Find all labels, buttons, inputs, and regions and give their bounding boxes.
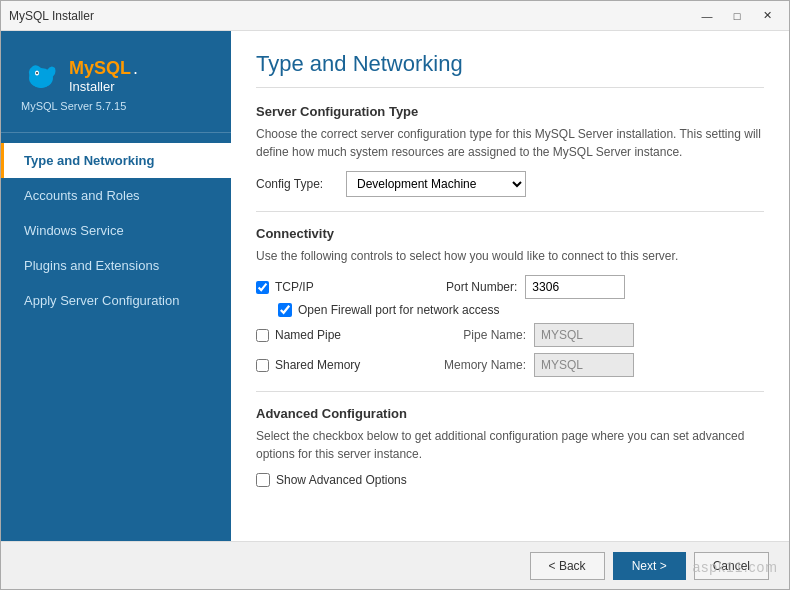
shared-memory-right: Memory Name: xyxy=(426,353,634,377)
logo-version: MySQL Server 5.7.15 xyxy=(21,100,211,112)
memory-name-label: Memory Name: xyxy=(426,358,526,372)
bottom-bar: < Back Next > Cancel xyxy=(1,541,789,589)
show-advanced-label: Show Advanced Options xyxy=(276,473,407,487)
logo-dot: . xyxy=(133,58,138,79)
firewall-label: Open Firewall port for network access xyxy=(298,303,499,317)
show-advanced-checkbox[interactable] xyxy=(256,473,270,487)
config-type-row: Config Type: Development Machine Server … xyxy=(256,171,764,197)
config-type-select[interactable]: Development Machine Server Machine Dedic… xyxy=(346,171,526,197)
config-type-label: Config Type: xyxy=(256,177,336,191)
mysql-dolphin-icon xyxy=(21,56,61,96)
sidebar-item-plugins-extensions[interactable]: Plugins and Extensions xyxy=(1,248,231,283)
advanced-title: Advanced Configuration xyxy=(256,406,764,421)
logo-installer-text: Installer xyxy=(69,79,138,94)
pipe-name-label: Pipe Name: xyxy=(426,328,526,342)
firewall-row-indent: Open Firewall port for network access xyxy=(256,303,764,317)
shared-memory-left: Shared Memory xyxy=(256,358,426,372)
titlebar: MySQL Installer — □ ✕ xyxy=(1,1,789,31)
tcpip-label: TCP/IP xyxy=(275,280,314,294)
port-number-input[interactable]: 3306 xyxy=(525,275,625,299)
port-group: Port Number: 3306 xyxy=(446,275,625,299)
connectivity-title: Connectivity xyxy=(256,226,764,241)
port-number-label: Port Number: xyxy=(446,280,517,294)
pipe-name-input xyxy=(534,323,634,347)
sidebar-logo: MySQL . Installer MySQL Server 5.7.15 xyxy=(1,41,231,133)
logo-mysql-text: MySQL xyxy=(69,58,131,79)
next-button[interactable]: Next > xyxy=(613,552,686,580)
firewall-checkbox[interactable] xyxy=(278,303,292,317)
show-advanced-row: Show Advanced Options xyxy=(256,473,764,487)
named-pipe-right: Pipe Name: xyxy=(426,323,634,347)
cancel-button[interactable]: Cancel xyxy=(694,552,769,580)
memory-name-input xyxy=(534,353,634,377)
firewall-row: Open Firewall port for network access xyxy=(278,303,764,317)
server-config-title: Server Configuration Type xyxy=(256,104,764,119)
shared-memory-checkbox[interactable] xyxy=(256,359,269,372)
connectivity-section: Connectivity Use the following controls … xyxy=(256,226,764,377)
sidebar: MySQL . Installer MySQL Server 5.7.15 Ty… xyxy=(1,31,231,541)
named-pipe-checkbox[interactable] xyxy=(256,329,269,342)
page-title: Type and Networking xyxy=(256,51,764,88)
tcpip-row: TCP/IP Port Number: 3306 xyxy=(256,275,764,299)
divider-1 xyxy=(256,211,764,212)
shared-memory-label: Shared Memory xyxy=(275,358,360,372)
named-pipe-label: Named Pipe xyxy=(275,328,341,342)
server-config-section: Server Configuration Type Choose the cor… xyxy=(256,104,764,197)
sidebar-item-accounts-roles[interactable]: Accounts and Roles xyxy=(1,178,231,213)
titlebar-controls: — □ ✕ xyxy=(693,6,781,26)
named-pipe-row: Named Pipe Pipe Name: xyxy=(256,323,764,347)
close-button[interactable]: ✕ xyxy=(753,6,781,26)
server-config-desc: Choose the correct server configuration … xyxy=(256,125,764,161)
advanced-section: Advanced Configuration Select the checkb… xyxy=(256,406,764,487)
sidebar-nav: Type and Networking Accounts and Roles W… xyxy=(1,143,231,541)
content-area: Type and Networking Server Configuration… xyxy=(231,31,789,541)
titlebar-title: MySQL Installer xyxy=(9,9,693,23)
sidebar-item-type-networking[interactable]: Type and Networking xyxy=(1,143,231,178)
connectivity-desc: Use the following controls to select how… xyxy=(256,247,764,265)
tcpip-checkbox[interactable] xyxy=(256,281,269,294)
named-pipe-left: Named Pipe xyxy=(256,328,426,342)
maximize-button[interactable]: □ xyxy=(723,6,751,26)
divider-2 xyxy=(256,391,764,392)
minimize-button[interactable]: — xyxy=(693,6,721,26)
shared-memory-row: Shared Memory Memory Name: xyxy=(256,353,764,377)
sidebar-item-apply-config[interactable]: Apply Server Configuration xyxy=(1,283,231,318)
back-button[interactable]: < Back xyxy=(530,552,605,580)
advanced-desc: Select the checkbox below to get additio… xyxy=(256,427,764,463)
sidebar-item-windows-service[interactable]: Windows Service xyxy=(1,213,231,248)
svg-point-2 xyxy=(36,72,38,74)
